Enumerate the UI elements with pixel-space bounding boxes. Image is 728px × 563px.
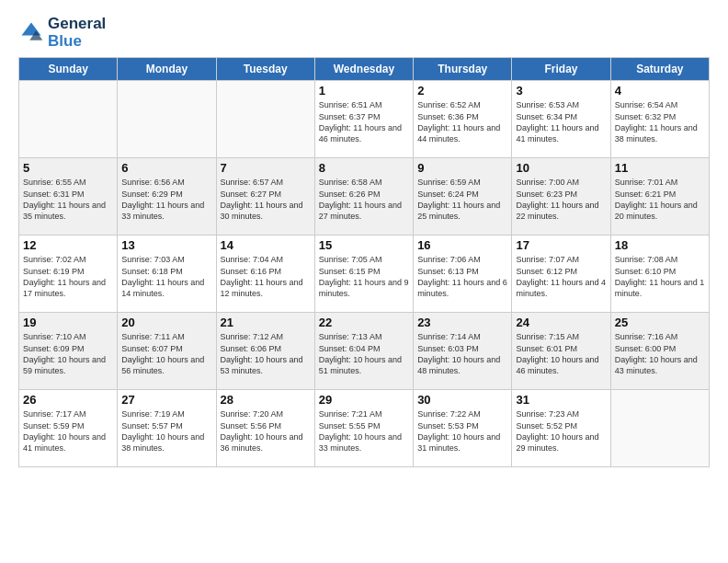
- calendar-cell: 27Sunrise: 7:19 AM Sunset: 5:57 PM Dayli…: [118, 390, 216, 467]
- day-info: Sunrise: 7:02 AM Sunset: 6:19 PM Dayligh…: [23, 254, 113, 299]
- calendar-week-3: 12Sunrise: 7:02 AM Sunset: 6:19 PM Dayli…: [19, 236, 710, 313]
- day-number: 3: [516, 84, 606, 98]
- day-number: 24: [516, 316, 606, 329]
- calendar-cell: 3Sunrise: 6:53 AM Sunset: 6:34 PM Daylig…: [512, 81, 610, 158]
- calendar-cell: 5Sunrise: 6:55 AM Sunset: 6:31 PM Daylig…: [19, 158, 118, 236]
- col-header-thursday: Thursday: [414, 58, 512, 81]
- day-info: Sunrise: 6:59 AM Sunset: 6:24 PM Dayligh…: [417, 177, 507, 222]
- calendar-cell: 23Sunrise: 7:14 AM Sunset: 6:03 PM Dayli…: [414, 313, 512, 390]
- calendar-cell: [216, 81, 314, 158]
- day-info: Sunrise: 7:00 AM Sunset: 6:23 PM Dayligh…: [516, 177, 606, 222]
- day-info: Sunrise: 7:21 AM Sunset: 5:55 PM Dayligh…: [319, 408, 409, 454]
- day-number: 21: [221, 316, 311, 329]
- day-number: 6: [121, 161, 211, 175]
- day-number: 12: [23, 238, 113, 252]
- calendar-week-1: 1Sunrise: 6:51 AM Sunset: 6:37 PM Daylig…: [19, 81, 710, 158]
- day-number: 7: [221, 161, 311, 175]
- day-info: Sunrise: 7:17 AM Sunset: 5:59 PM Dayligh…: [23, 408, 113, 454]
- day-info: Sunrise: 7:07 AM Sunset: 6:12 PM Dayligh…: [516, 254, 606, 299]
- calendar-cell: 25Sunrise: 7:16 AM Sunset: 6:00 PM Dayli…: [610, 313, 709, 390]
- calendar-cell: 29Sunrise: 7:21 AM Sunset: 5:55 PM Dayli…: [314, 390, 413, 467]
- day-number: 22: [319, 316, 409, 329]
- calendar-cell: [118, 81, 216, 158]
- calendar-cell: 2Sunrise: 6:52 AM Sunset: 6:36 PM Daylig…: [414, 81, 512, 158]
- calendar-cell: 11Sunrise: 7:01 AM Sunset: 6:21 PM Dayli…: [610, 158, 709, 236]
- calendar-cell: 1Sunrise: 6:51 AM Sunset: 6:37 PM Daylig…: [314, 81, 413, 158]
- calendar-cell: 17Sunrise: 7:07 AM Sunset: 6:12 PM Dayli…: [512, 236, 610, 313]
- day-number: 25: [615, 316, 705, 329]
- day-number: 23: [417, 316, 507, 329]
- day-number: 28: [221, 393, 311, 407]
- day-number: 16: [417, 238, 507, 252]
- calendar-cell: 15Sunrise: 7:05 AM Sunset: 6:15 PM Dayli…: [314, 236, 413, 313]
- calendar-cell: 7Sunrise: 6:57 AM Sunset: 6:27 PM Daylig…: [216, 158, 314, 236]
- header: GeneralBlue: [18, 15, 710, 50]
- day-info: Sunrise: 6:54 AM Sunset: 6:32 PM Dayligh…: [615, 99, 705, 144]
- calendar-week-5: 26Sunrise: 7:17 AM Sunset: 5:59 PM Dayli…: [19, 390, 710, 467]
- calendar-cell: 24Sunrise: 7:15 AM Sunset: 6:01 PM Dayli…: [512, 313, 610, 390]
- day-number: 13: [121, 238, 211, 252]
- calendar-cell: 19Sunrise: 7:10 AM Sunset: 6:09 PM Dayli…: [19, 313, 118, 390]
- day-number: 11: [615, 161, 705, 175]
- day-info: Sunrise: 6:52 AM Sunset: 6:36 PM Dayligh…: [417, 99, 507, 144]
- col-header-wednesday: Wednesday: [314, 58, 413, 81]
- calendar-cell: 10Sunrise: 7:00 AM Sunset: 6:23 PM Dayli…: [512, 158, 610, 236]
- calendar-cell: 13Sunrise: 7:03 AM Sunset: 6:18 PM Dayli…: [118, 236, 216, 313]
- day-number: 15: [319, 238, 409, 252]
- day-number: 30: [417, 393, 507, 407]
- day-info: Sunrise: 6:57 AM Sunset: 6:27 PM Dayligh…: [221, 177, 311, 222]
- day-number: 4: [615, 84, 705, 98]
- day-info: Sunrise: 6:51 AM Sunset: 6:37 PM Dayligh…: [319, 99, 409, 144]
- day-info: Sunrise: 7:11 AM Sunset: 6:07 PM Dayligh…: [121, 331, 211, 376]
- day-info: Sunrise: 6:53 AM Sunset: 6:34 PM Dayligh…: [516, 99, 606, 144]
- day-info: Sunrise: 7:14 AM Sunset: 6:03 PM Dayligh…: [417, 331, 507, 376]
- col-header-monday: Monday: [118, 58, 216, 81]
- calendar-cell: 18Sunrise: 7:08 AM Sunset: 6:10 PM Dayli…: [610, 236, 709, 313]
- calendar-cell: 9Sunrise: 6:59 AM Sunset: 6:24 PM Daylig…: [414, 158, 512, 236]
- day-number: 10: [516, 161, 606, 175]
- day-number: 8: [319, 161, 409, 175]
- day-info: Sunrise: 7:08 AM Sunset: 6:10 PM Dayligh…: [615, 254, 705, 299]
- calendar-cell: 14Sunrise: 7:04 AM Sunset: 6:16 PM Dayli…: [216, 236, 314, 313]
- day-info: Sunrise: 7:10 AM Sunset: 6:09 PM Dayligh…: [23, 331, 113, 376]
- calendar-cell: 21Sunrise: 7:12 AM Sunset: 6:06 PM Dayli…: [216, 313, 314, 390]
- day-info: Sunrise: 7:23 AM Sunset: 5:52 PM Dayligh…: [516, 408, 606, 454]
- day-info: Sunrise: 7:13 AM Sunset: 6:04 PM Dayligh…: [319, 331, 409, 376]
- day-number: 19: [23, 316, 113, 329]
- day-number: 5: [23, 161, 113, 175]
- logo-text: GeneralBlue: [48, 15, 106, 50]
- day-info: Sunrise: 7:12 AM Sunset: 6:06 PM Dayligh…: [221, 331, 311, 376]
- day-number: 29: [319, 393, 409, 407]
- calendar-week-4: 19Sunrise: 7:10 AM Sunset: 6:09 PM Dayli…: [19, 313, 710, 390]
- page-container: GeneralBlue SundayMondayTuesdayWednesday…: [0, 0, 728, 563]
- calendar-week-2: 5Sunrise: 6:55 AM Sunset: 6:31 PM Daylig…: [19, 158, 710, 236]
- calendar-cell: 28Sunrise: 7:20 AM Sunset: 5:56 PM Dayli…: [216, 390, 314, 467]
- calendar-table: SundayMondayTuesdayWednesdayThursdayFrid…: [18, 57, 710, 467]
- day-number: 27: [121, 393, 211, 407]
- day-number: 9: [417, 161, 507, 175]
- day-info: Sunrise: 7:01 AM Sunset: 6:21 PM Dayligh…: [615, 177, 705, 222]
- calendar-cell: 6Sunrise: 6:56 AM Sunset: 6:29 PM Daylig…: [118, 158, 216, 236]
- day-info: Sunrise: 7:04 AM Sunset: 6:16 PM Dayligh…: [221, 254, 311, 299]
- calendar-cell: 4Sunrise: 6:54 AM Sunset: 6:32 PM Daylig…: [610, 81, 709, 158]
- day-info: Sunrise: 7:22 AM Sunset: 5:53 PM Dayligh…: [417, 408, 507, 454]
- day-info: Sunrise: 7:15 AM Sunset: 6:01 PM Dayligh…: [516, 331, 606, 376]
- calendar-cell: 12Sunrise: 7:02 AM Sunset: 6:19 PM Dayli…: [19, 236, 118, 313]
- col-header-tuesday: Tuesday: [216, 58, 314, 81]
- day-number: 1: [319, 84, 409, 98]
- logo-icon: [18, 19, 44, 45]
- col-header-saturday: Saturday: [610, 58, 709, 81]
- day-number: 14: [221, 238, 311, 252]
- calendar-cell: [610, 390, 709, 467]
- day-info: Sunrise: 7:16 AM Sunset: 6:00 PM Dayligh…: [615, 331, 705, 376]
- day-info: Sunrise: 7:20 AM Sunset: 5:56 PM Dayligh…: [221, 408, 311, 454]
- day-info: Sunrise: 7:03 AM Sunset: 6:18 PM Dayligh…: [121, 254, 211, 299]
- day-info: Sunrise: 7:06 AM Sunset: 6:13 PM Dayligh…: [417, 254, 507, 299]
- day-number: 26: [23, 393, 113, 407]
- day-info: Sunrise: 7:05 AM Sunset: 6:15 PM Dayligh…: [319, 254, 409, 299]
- day-number: 18: [615, 238, 705, 252]
- col-header-sunday: Sunday: [19, 58, 118, 81]
- calendar-cell: 22Sunrise: 7:13 AM Sunset: 6:04 PM Dayli…: [314, 313, 413, 390]
- day-number: 2: [417, 84, 507, 98]
- calendar-header-row: SundayMondayTuesdayWednesdayThursdayFrid…: [19, 58, 710, 81]
